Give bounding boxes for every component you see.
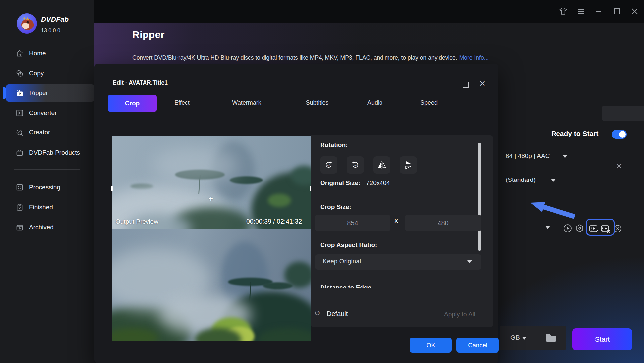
rotate-ccw-icon: 90° [350, 160, 360, 170]
theme-icon[interactable] [558, 6, 568, 17]
crop-handle-right[interactable] [310, 186, 311, 191]
disk-space-label[interactable]: GB [510, 334, 527, 341]
tab-speed[interactable]: Speed [420, 99, 438, 106]
sidebar-divider [14, 169, 80, 170]
sidebar-item-creator[interactable]: Creator [6, 124, 94, 141]
sidebar-item-ripper[interactable]: Ripper [6, 84, 94, 102]
advanced-settings-icon[interactable] [575, 224, 584, 233]
rotate-cw-icon: 90° [324, 160, 334, 170]
page-description: Convert DVD/Blu-ray/4K Ultra HD Blu-ray … [132, 54, 489, 61]
remove-title-icon[interactable]: ✕ [616, 162, 622, 171]
clipped-section-heading: Distance to Edge [320, 284, 371, 288]
delete-circle-icon[interactable] [614, 225, 622, 233]
products-icon [15, 148, 24, 157]
sidebar-item-dvdfab-products[interactable]: DVDFab Products [6, 144, 94, 161]
sidebar: DVDFab 13.0.0.0 Home Copy Ripper Convert… [0, 0, 94, 363]
sidebar-item-archived[interactable]: Archived [6, 219, 94, 236]
tab-divider [105, 120, 497, 120]
dialog-close-icon[interactable]: ✕ [479, 79, 486, 88]
original-size-value: 720x404 [366, 180, 390, 187]
sidebar-item-label: Copy [29, 70, 44, 77]
ok-button[interactable]: OK [410, 338, 452, 353]
annotation-highlight-box [586, 219, 615, 236]
rotate-left-button[interactable]: 90° [347, 156, 364, 174]
titlebar [94, 0, 644, 23]
sidebar-item-converter[interactable]: Converter [6, 104, 94, 122]
ready-toggle[interactable] [612, 130, 627, 139]
preview-play-icon[interactable] [563, 224, 572, 233]
close-icon[interactable] [629, 6, 640, 17]
sidebar-item-label: Home [29, 50, 46, 57]
sidebar-item-label: Ripper [29, 89, 48, 97]
sidebar-item-label: Archived [29, 224, 54, 231]
crop-width-input[interactable] [315, 215, 390, 231]
dvdfab-window: Ripper Convert DVD/Blu-ray/4K Ultra HD B… [0, 0, 644, 363]
crop-size-label: Crop Size: [320, 203, 351, 211]
flip-vertical-icon [403, 160, 413, 170]
converter-icon [15, 109, 24, 117]
toggle-knob [619, 131, 626, 138]
reset-icon[interactable]: ↺ [314, 309, 320, 318]
creator-icon [15, 128, 24, 137]
tab-subtitles[interactable]: Subtitles [306, 99, 328, 106]
dialog-title: Edit - AVATAR.Title1 [113, 79, 168, 86]
ready-to-start-label: Ready to Start [551, 130, 598, 138]
flip-vertical-button[interactable] [400, 156, 417, 174]
svg-text:90°: 90° [327, 164, 330, 167]
rotation-label: Rotation: [320, 141, 348, 149]
ripper-icon [15, 89, 24, 98]
sidebar-item-label: Converter [29, 109, 57, 117]
sidebar-item-label: Creator [29, 129, 50, 136]
maximize-icon[interactable] [612, 6, 622, 17]
edit-dialog: Edit - AVATAR.Title1 ✕ Crop Effect Water… [94, 64, 498, 363]
flip-horizontal-icon [377, 160, 387, 170]
aspect-ratio-dropdown[interactable]: Keep Original [315, 254, 481, 270]
sidebar-item-home[interactable]: Home [6, 45, 94, 62]
minimize-icon[interactable] [593, 6, 604, 17]
original-size-label: Original Size: [320, 180, 360, 187]
cancel-button[interactable]: Cancel [456, 338, 499, 353]
dialog-maximize-icon[interactable] [463, 82, 469, 88]
output-preview-frame[interactable]: + Output Preview 00:00:39 / 02:41:32 [112, 136, 311, 229]
sidebar-item-copy[interactable]: Copy [6, 65, 94, 82]
app-name: DVDFab [41, 15, 69, 23]
tab-effect[interactable]: Effect [174, 99, 190, 106]
start-button[interactable]: Start [572, 328, 632, 350]
output-preview-label: Output Preview [115, 218, 158, 225]
dvdfab-logo [17, 13, 37, 34]
processing-icon [15, 183, 24, 192]
tab-crop[interactable]: Crop [108, 95, 157, 112]
chevron-down-icon[interactable] [545, 226, 550, 229]
svg-text:90°: 90° [354, 164, 358, 167]
flip-horizontal-button[interactable] [373, 156, 390, 174]
crop-height-input[interactable] [405, 215, 481, 231]
rotate-right-button[interactable]: 90° [320, 156, 337, 174]
source-preview-frame[interactable] [112, 229, 311, 341]
archived-icon [15, 223, 24, 232]
default-button[interactable]: Default [327, 310, 348, 318]
crop-center-crosshair: + [209, 195, 213, 203]
active-indicator [3, 87, 6, 99]
more-info-link[interactable]: More Info... [459, 54, 489, 61]
preview-timecode: 00:00:39 / 02:41:32 [246, 218, 302, 225]
tab-audio[interactable]: Audio [367, 99, 382, 106]
sidebar-item-finished[interactable]: Finished [6, 199, 94, 216]
format-summary: 64 | 480p | AAC [506, 152, 550, 160]
page-title: Ripper [132, 29, 165, 40]
crop-settings-panel: Rotation: 90° 90° Original Size: 720x404… [311, 135, 493, 327]
sidebar-item-processing[interactable]: Processing [6, 179, 94, 196]
save-to-panel: GB [500, 326, 566, 350]
apply-to-all-button[interactable]: Apply to All [444, 311, 475, 318]
annotation-arrow [529, 200, 577, 220]
finished-icon [15, 203, 24, 212]
sidebar-item-label: Processing [29, 184, 60, 191]
panel-scrollbar[interactable] [478, 143, 481, 251]
output-folder-icon[interactable] [545, 333, 557, 343]
chevron-down-icon[interactable] [551, 179, 556, 182]
tab-watermark[interactable]: Watermark [232, 99, 261, 106]
chevron-down-icon [467, 260, 472, 263]
crop-handle-left[interactable] [111, 186, 113, 191]
chevron-down-icon[interactable] [563, 155, 567, 158]
source-row-partial [602, 106, 644, 121]
menu-icon[interactable] [576, 6, 587, 17]
